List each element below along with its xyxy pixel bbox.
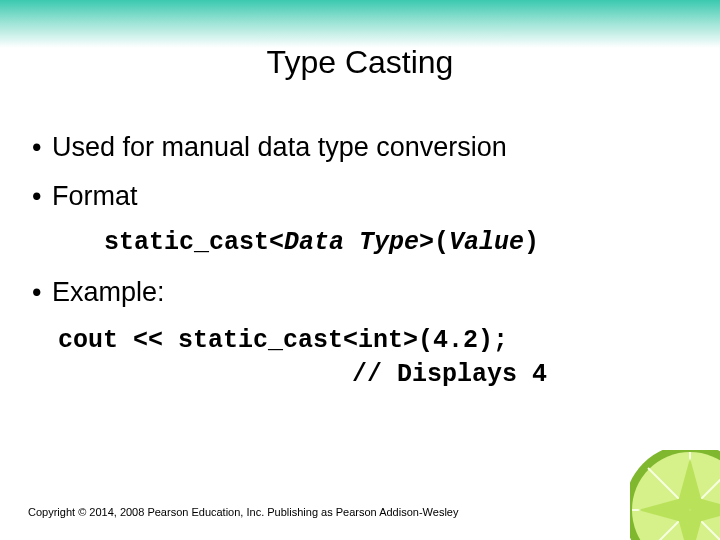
code-text: >( — [419, 228, 449, 257]
bullet-item: •Example: — [32, 275, 688, 310]
format-code-line: static_cast<Data Type>(Value) — [104, 228, 688, 257]
code-value: Value — [449, 228, 524, 257]
code-text: static_cast< — [104, 228, 284, 257]
bullet-text: Example: — [52, 277, 165, 307]
slide-content: •Used for manual data type conversion •F… — [32, 130, 688, 392]
bullet-text: Format — [52, 181, 138, 211]
code-text: ) — [524, 228, 539, 257]
example-code-line-2: // Displays 4 — [32, 358, 688, 392]
slide-top-gradient — [0, 0, 720, 48]
lime-decoration-icon — [630, 450, 720, 540]
bullet-dot-icon: • — [32, 179, 52, 214]
bullet-item: •Format — [32, 179, 688, 214]
code-datatype: Data Type — [284, 228, 419, 257]
copyright-footer: Copyright © 2014, 2008 Pearson Education… — [28, 506, 458, 518]
example-code-line-1: cout << static_cast<int>(4.2); — [58, 324, 688, 358]
slide-title: Type Casting — [0, 44, 720, 81]
bullet-item: •Used for manual data type conversion — [32, 130, 688, 165]
bullet-dot-icon: • — [32, 130, 52, 165]
bullet-dot-icon: • — [32, 275, 52, 310]
bullet-text: Used for manual data type conversion — [52, 132, 507, 162]
